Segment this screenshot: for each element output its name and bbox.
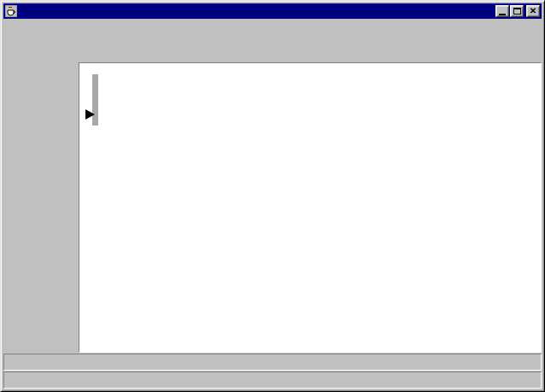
- view-sidebar: [3, 62, 79, 353]
- trace-panel-area: [79, 62, 542, 353]
- toolbar: [3, 35, 542, 62]
- app-icon[interactable]: [5, 5, 17, 17]
- ready-status-bar: [3, 372, 542, 389]
- main-body: [3, 62, 542, 353]
- threshold-slider-handle[interactable]: [85, 109, 95, 120]
- title-bar: ✕: [3, 3, 542, 19]
- maximize-icon: [513, 8, 521, 15]
- menu-bar: [3, 19, 542, 35]
- app-window: ✕: [0, 0, 545, 392]
- minimize-icon: [499, 14, 506, 15]
- close-icon: ✕: [530, 7, 536, 15]
- stats-status-bar: [3, 354, 542, 371]
- maximize-button[interactable]: [510, 5, 524, 17]
- close-button[interactable]: ✕: [526, 5, 540, 17]
- minimize-button[interactable]: [495, 5, 509, 17]
